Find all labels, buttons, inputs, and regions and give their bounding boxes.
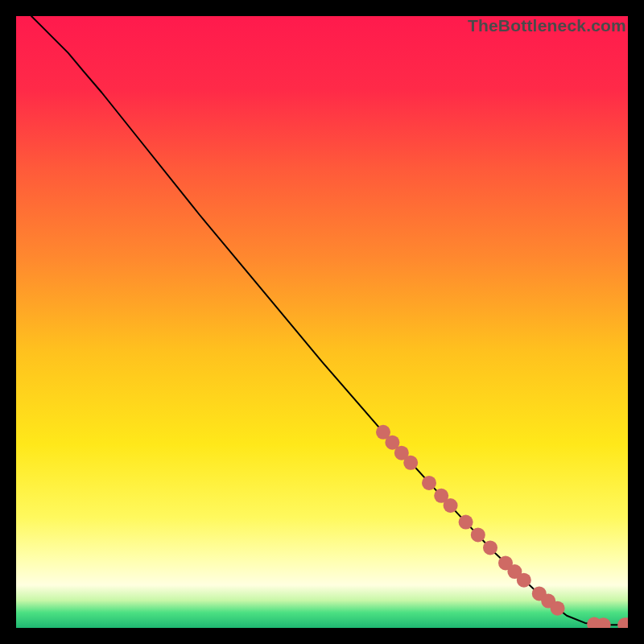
data-marker — [403, 456, 418, 470]
chart-canvas — [16, 16, 628, 628]
data-marker — [551, 601, 565, 616]
watermark-text: TheBottleneck.com — [468, 16, 626, 35]
data-marker — [444, 498, 458, 513]
data-marker — [517, 573, 531, 588]
data-marker — [459, 515, 473, 530]
chart-background — [16, 16, 628, 628]
data-marker — [483, 540, 497, 555]
chart-frame: TheBottleneck.com — [16, 16, 628, 628]
data-marker — [422, 476, 436, 490]
data-marker — [471, 527, 485, 542]
